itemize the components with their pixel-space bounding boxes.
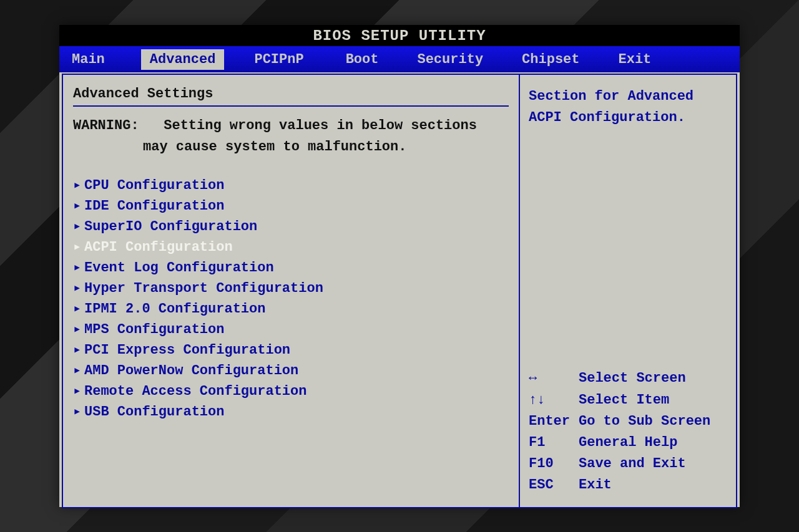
key-hint-desc: Exit <box>579 475 727 496</box>
menu-item-pcie[interactable]: ▸PCI Express Configuration <box>73 340 509 360</box>
menu-item-cpu[interactable]: ▸CPU Configuration <box>73 175 509 196</box>
warning-text: WARNING: Setting wrong values in below s… <box>73 115 509 158</box>
tab-chipset[interactable]: Chipset <box>513 49 588 70</box>
tab-security[interactable]: Security <box>408 49 492 70</box>
key-hint-key: Enter <box>529 411 579 432</box>
submenu-arrow-icon: ▸ <box>73 299 84 319</box>
title-bar: BIOS SETUP UTILITY <box>59 25 740 46</box>
key-hint-key: ↑↓ <box>529 390 579 411</box>
submenu-arrow-icon: ▸ <box>73 258 84 278</box>
submenu-arrow-icon: ▸ <box>73 278 84 299</box>
section-underline <box>73 105 509 107</box>
submenu-arrow-icon: ▸ <box>73 340 84 360</box>
key-hint-row: F1General Help <box>529 432 727 453</box>
menu-item-label: Remote Access Configuration <box>84 381 306 402</box>
key-hint-desc: General Help <box>579 432 727 453</box>
key-hint-desc: Select Screen <box>579 368 727 389</box>
key-hint-row: ↑↓Select Item <box>529 390 727 411</box>
key-hint-key: F10 <box>529 453 579 475</box>
key-hint-key: ESC <box>529 475 579 496</box>
context-help: Section for Advanced ACPI Configuration. <box>529 86 727 128</box>
menu-item-usb[interactable]: ▸USB Configuration <box>73 402 509 422</box>
menu-item-acpi[interactable]: ▸ACPI Configuration <box>73 237 509 258</box>
submenu-arrow-icon: ▸ <box>73 237 84 258</box>
key-hint-key: ↔ <box>529 368 579 389</box>
menu-item-label: SuperIO Configuration <box>84 216 257 237</box>
tab-pcipnp[interactable]: PCIPnP <box>245 49 312 70</box>
spacer <box>529 128 727 368</box>
key-hint-row: ESCExit <box>529 475 727 496</box>
menu-item-label: CPU Configuration <box>84 175 224 196</box>
warning-label: WARNING: <box>73 118 139 133</box>
key-hint-desc: Go to Sub Screen <box>579 411 727 432</box>
menu-item-label: Event Log Configuration <box>84 258 274 278</box>
submenu-arrow-icon: ▸ <box>73 402 84 422</box>
menu-item-remote[interactable]: ▸Remote Access Configuration <box>73 381 509 402</box>
right-pane: Section for Advanced ACPI Configuration.… <box>519 75 736 507</box>
menu-item-label: ACPI Configuration <box>84 237 233 258</box>
menu-item-label: IPMI 2.0 Configuration <box>84 299 265 319</box>
warning-line2: may cause system to malfunction. <box>73 137 509 158</box>
submenu-arrow-icon: ▸ <box>73 216 84 237</box>
body-area: Advanced Settings WARNING: Setting wrong… <box>62 74 737 508</box>
submenu-arrow-icon: ▸ <box>73 319 84 340</box>
menu-item-sio[interactable]: ▸SuperIO Configuration <box>73 216 509 237</box>
key-hint-key: F1 <box>529 432 579 453</box>
tab-bar: MainAdvancedPCIPnPBootSecurityChipsetExi… <box>59 46 740 72</box>
submenu-arrow-icon: ▸ <box>73 381 84 402</box>
submenu-arrow-icon: ▸ <box>73 196 84 216</box>
menu-item-pn[interactable]: ▸AMD PowerNow Configuration <box>73 360 509 381</box>
key-hint-row: EnterGo to Sub Screen <box>529 411 727 432</box>
menu-item-label: Hyper Transport Configuration <box>84 278 323 299</box>
menu-item-evlog[interactable]: ▸Event Log Configuration <box>73 258 509 278</box>
help-line1: Section for Advanced <box>529 86 727 107</box>
key-hint-desc: Save and Exit <box>579 453 727 475</box>
menu-item-label: AMD PowerNow Configuration <box>84 360 298 381</box>
key-hint-desc: Select Item <box>579 390 727 411</box>
menu-item-label: IDE Configuration <box>84 196 224 216</box>
bios-window: BIOS SETUP UTILITY MainAdvancedPCIPnPBoo… <box>59 25 740 507</box>
key-hint-row: F10Save and Exit <box>529 453 727 475</box>
menu-item-label: MPS Configuration <box>84 319 224 340</box>
menu-item-label: PCI Express Configuration <box>84 340 290 360</box>
warning-line1: Setting wrong values in below sections <box>164 118 477 133</box>
menu-item-mps[interactable]: ▸MPS Configuration <box>73 319 509 340</box>
menu-item-ide[interactable]: ▸IDE Configuration <box>73 196 509 216</box>
submenu-arrow-icon: ▸ <box>73 360 84 381</box>
menu-item-ipmi[interactable]: ▸IPMI 2.0 Configuration <box>73 299 509 319</box>
tab-advanced[interactable]: Advanced <box>141 49 225 70</box>
help-line2: ACPI Configuration. <box>529 107 727 128</box>
menu-item-label: USB Configuration <box>84 402 224 422</box>
submenu-list: ▸CPU Configuration▸IDE Configuration▸Sup… <box>73 175 509 422</box>
left-pane: Advanced Settings WARNING: Setting wrong… <box>63 75 519 507</box>
app-title: BIOS SETUP UTILITY <box>313 27 486 44</box>
menu-item-ht[interactable]: ▸Hyper Transport Configuration <box>73 278 509 299</box>
key-hints: ↔Select Screen↑↓Select ItemEnterGo to Su… <box>529 368 727 496</box>
tab-main[interactable]: Main <box>63 49 114 70</box>
submenu-arrow-icon: ▸ <box>73 175 84 196</box>
key-hint-row: ↔Select Screen <box>529 368 727 389</box>
section-title: Advanced Settings <box>73 86 509 102</box>
tab-exit[interactable]: Exit <box>610 49 660 70</box>
tab-boot[interactable]: Boot <box>337 49 388 70</box>
